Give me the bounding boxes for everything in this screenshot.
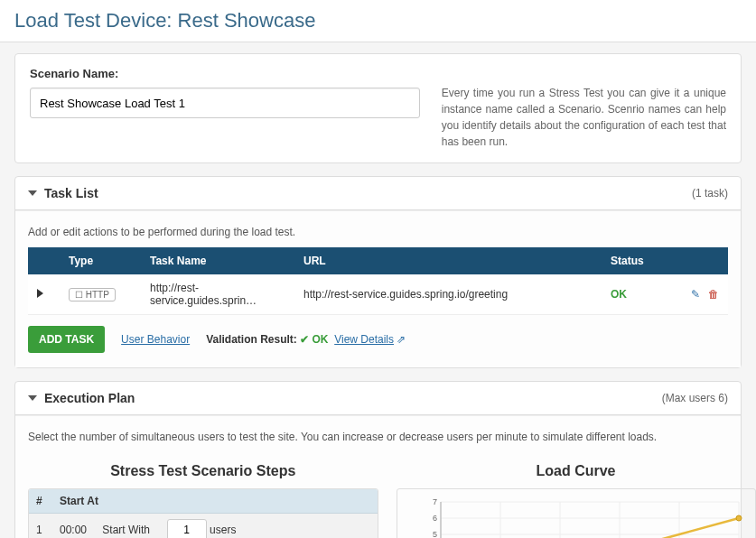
steps-title: Stress Test Scenario Steps [28,463,378,479]
task-name-cell: http://rest-service.guides.sprin… [141,274,294,315]
chart-ylabel: Users [406,496,421,538]
external-link-icon: ⇗ [397,333,406,346]
svg-text:5: 5 [432,530,436,538]
execution-plan-panel: Execution Plan (Max users 6) Select the … [14,381,742,538]
type-chip: ☐ HTTP [69,288,116,301]
page-header: Load Test Device: Rest Showcase [0,0,756,42]
start-with-input[interactable] [167,519,207,538]
col-url: URL [294,247,602,274]
load-curve-chart: Users 0123456700:0001:0002:0003:0004:000… [397,488,756,538]
execution-plan-title: Execution Plan [44,391,135,405]
add-task-button[interactable]: ADD TASK [28,326,105,353]
play-icon[interactable] [37,289,43,298]
col-num: # [29,489,52,514]
chevron-down-icon [28,190,37,196]
task-list-count: (1 task) [692,187,728,199]
view-details-link[interactable]: View Details [334,333,394,346]
check-icon: ✔ [300,333,312,346]
table-row: ☐ HTTP http://rest-service.guides.sprin…… [28,274,728,315]
edit-icon[interactable]: ✎ [691,288,700,301]
task-url-cell: http://rest-service.guides.spring.io/gre… [294,274,602,315]
load-curve-title: Load Curve [397,463,756,479]
col-name: Task Name [141,247,294,274]
page-title: Load Test Device: Rest Showcase [14,9,742,32]
step-row: 1 00:00 Start With users [29,514,378,539]
col-startat: Start At [52,489,378,514]
user-behavior-link[interactable]: User Behavior [121,333,190,346]
col-status: Status [602,247,674,274]
task-list-title: Task List [44,186,98,200]
svg-point-31 [736,515,742,521]
execution-desc: Select the number of simultaneous users … [28,425,728,452]
scenario-name-input[interactable] [30,88,420,118]
max-users-meta: (Max users 6) [662,392,728,404]
validation-result-label: Validation Result: [206,333,297,346]
svg-text:6: 6 [432,514,436,523]
scenario-name-label: Scenario Name: [30,67,420,80]
col-type: Type [60,247,141,274]
task-list-header[interactable]: Task List (1 task) [15,177,741,210]
task-table: Type Task Name URL Status ☐ HTTP http://… [28,247,728,315]
validation-ok: OK [313,333,329,346]
steps-table: # Start At 1 00:00 Start With [29,489,378,538]
execution-plan-header[interactable]: Execution Plan (Max users 6) [15,382,741,415]
svg-text:7: 7 [432,497,436,506]
delete-icon[interactable]: 🗑 [708,288,719,301]
status-badge: OK [611,288,627,301]
task-list-desc: Add or edit actions to be performed duri… [28,220,728,247]
chevron-down-icon [28,395,37,401]
scenario-panel: Scenario Name: Every time you run a Stre… [14,53,742,163]
scenario-help-text: Every time you run a Stress Test you can… [442,85,726,150]
task-list-panel: Task List (1 task) Add or edit actions t… [14,176,742,368]
